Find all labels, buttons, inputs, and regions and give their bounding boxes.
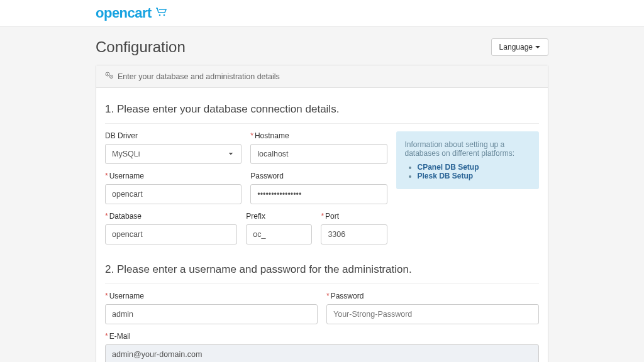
section2-title: 2. Please enter a username and password … [105,257,539,284]
panel-subtitle: Enter your database and administration d… [118,72,280,81]
prefix-input[interactable] [246,224,312,244]
email-label: *E-Mail [105,332,539,341]
svg-point-0 [159,14,161,16]
db-password-label: Password [250,172,387,180]
logo: opencart [96,5,548,21]
svg-point-3 [107,74,108,75]
admin-password-input[interactable] [326,304,539,324]
cart-icon [155,5,168,21]
info-text: Information about setting up a databases… [405,140,531,158]
cpanel-link[interactable]: CPanel DB Setup [418,163,479,172]
admin-username-input[interactable] [105,304,318,324]
db-driver-label: DB Driver [105,131,242,140]
db-password-input[interactable] [250,184,387,204]
admin-username-label: *Username [105,292,318,300]
language-button[interactable]: Language [491,38,548,56]
page-title: Configuration [96,38,186,56]
hostname-input[interactable] [250,144,387,164]
db-driver-select[interactable]: MySQLi [105,144,242,164]
language-label: Language [499,43,533,52]
admin-password-label: *Password [326,292,539,300]
config-panel: Enter your database and administration d… [96,65,548,362]
database-label: *Database [105,212,237,221]
section1-title: 1. Please enter your database connection… [105,97,539,124]
db-username-input[interactable] [105,184,242,204]
email-input[interactable] [105,344,539,362]
port-label: *Port [321,212,387,221]
hostname-label: *Hostname [250,131,387,140]
logo-text: opencart [96,5,152,21]
gears-icon [105,72,114,81]
plesk-link[interactable]: Plesk DB Setup [418,172,474,180]
svg-point-1 [164,14,165,16]
panel-header: Enter your database and administration d… [96,65,548,88]
svg-point-5 [111,76,112,77]
port-input[interactable] [321,224,387,244]
info-box: Information about setting up a databases… [396,131,540,189]
caret-down-icon [535,46,540,48]
prefix-label: Prefix [246,212,312,221]
database-input[interactable] [105,224,237,244]
db-username-label: *Username [105,172,242,180]
